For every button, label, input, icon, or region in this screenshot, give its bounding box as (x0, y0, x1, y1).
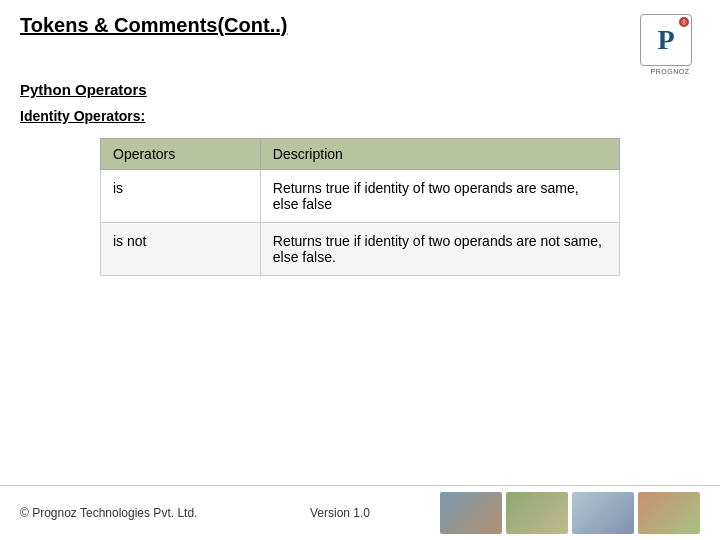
table-header-operator: Operators (101, 139, 261, 170)
footer-version: Version 1.0 (240, 506, 440, 520)
logo-box: P ® (640, 14, 692, 66)
header-title: Tokens & Comments(Cont..) (20, 14, 287, 37)
header: Tokens & Comments(Cont..) P ® PROGNOZ (0, 0, 720, 77)
footer-image-2 (506, 492, 568, 534)
footer: © Prognoz Technologies Pvt. Ltd. Version… (0, 485, 720, 540)
operator-cell: is not (101, 223, 261, 276)
logo-brand: PROGNOZ (640, 68, 700, 75)
operator-cell: is (101, 170, 261, 223)
table-row: is not Returns true if identity of two o… (101, 223, 620, 276)
page-container: Tokens & Comments(Cont..) P ® PROGNOZ Py… (0, 0, 720, 540)
operators-table: Operators Description is Returns true if… (100, 138, 620, 276)
footer-image-1 (440, 492, 502, 534)
footer-images (440, 492, 700, 534)
section-title: Python Operators (20, 81, 700, 98)
description-cell: Returns true if identity of two operands… (260, 223, 619, 276)
logo-letter: P (657, 24, 674, 56)
logo-area: P ® PROGNOZ (640, 14, 700, 69)
table-row: is Returns true if identity of two opera… (101, 170, 620, 223)
footer-image-3 (572, 492, 634, 534)
description-cell: Returns true if identity of two operands… (260, 170, 619, 223)
footer-copyright: © Prognoz Technologies Pvt. Ltd. (20, 506, 240, 520)
table-header-description: Description (260, 139, 619, 170)
footer-image-4 (638, 492, 700, 534)
registered-icon: ® (679, 17, 689, 27)
content-area: Python Operators Identity Operators: Ope… (0, 77, 720, 276)
subsection-title: Identity Operators: (20, 108, 700, 124)
